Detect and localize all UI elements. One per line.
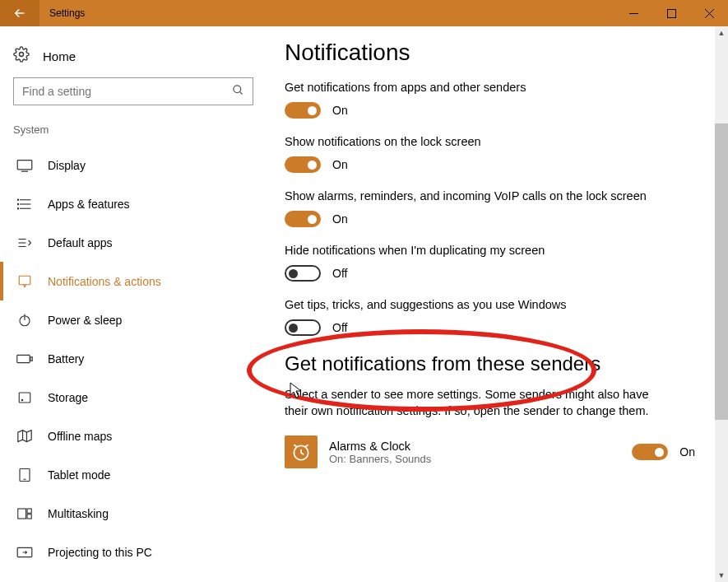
nav-label: Offline maps <box>48 430 112 443</box>
power-icon <box>16 313 33 328</box>
home-link[interactable]: Home <box>0 40 262 77</box>
svg-point-24 <box>21 399 23 401</box>
nav-label: Default apps <box>48 236 113 249</box>
senders-heading: Get notifications from these senders <box>285 352 695 375</box>
svg-rect-31 <box>27 514 31 518</box>
category-label: System <box>0 123 262 146</box>
svg-line-6 <box>239 91 242 94</box>
page-heading: Notifications <box>285 40 695 66</box>
toggle-state-label: Off <box>332 321 347 334</box>
svg-point-5 <box>234 85 241 92</box>
scroll-up-icon[interactable]: ▲ <box>715 26 728 40</box>
setting-row: Hide notifications when I'm duplicating … <box>285 244 695 282</box>
toggle-state-label: On <box>679 445 695 459</box>
toggle-switch[interactable] <box>285 319 321 336</box>
toggle-switch[interactable] <box>285 102 321 119</box>
maximize-button[interactable] <box>652 0 690 26</box>
battery-icon <box>16 353 33 365</box>
toggle-switch[interactable] <box>285 265 321 282</box>
tablet-icon <box>16 468 33 482</box>
nav-label: Power & sleep <box>48 314 122 327</box>
close-button[interactable] <box>690 0 728 26</box>
toggle-switch[interactable] <box>285 211 321 227</box>
search-icon <box>232 84 244 100</box>
nav-notifications[interactable]: Notifications & actions <box>0 262 262 300</box>
toggle-state-label: Off <box>332 267 347 280</box>
svg-point-12 <box>17 199 19 201</box>
display-icon <box>16 159 33 172</box>
nav-power-sleep[interactable]: Power & sleep <box>0 300 262 339</box>
svg-rect-30 <box>27 509 31 513</box>
nav-battery[interactable]: Battery <box>0 339 262 378</box>
setting-row: Show alarms, reminders, and incoming VoI… <box>285 189 695 227</box>
arrow-left-icon <box>12 6 27 21</box>
nav-apps-features[interactable]: Apps & features <box>0 184 262 223</box>
sender-info: Alarms & Clock On: Banners, Sounds <box>329 440 620 465</box>
multitasking-icon <box>16 507 33 520</box>
search-input-wrapper[interactable] <box>13 77 253 105</box>
svg-rect-23 <box>19 393 30 403</box>
home-label: Home <box>43 49 76 63</box>
svg-point-4 <box>20 53 24 57</box>
setting-row: Get notifications from apps and other se… <box>285 81 695 119</box>
toggle-state-label: On <box>332 104 348 117</box>
setting-label: Hide notifications when I'm duplicating … <box>285 244 647 257</box>
toggle-switch[interactable] <box>632 444 668 460</box>
nav-storage[interactable]: Storage <box>0 378 262 417</box>
nav-label: Display <box>48 159 86 172</box>
list-icon <box>16 198 33 211</box>
svg-point-13 <box>17 203 19 205</box>
sender-sub: On: Banners, Sounds <box>329 453 620 465</box>
sender-item[interactable]: Alarms & Clock On: Banners, Sounds On <box>285 435 695 468</box>
nav-display[interactable]: Display <box>0 146 262 184</box>
svg-rect-18 <box>19 276 30 285</box>
setting-label: Get tips, tricks, and suggestions as you… <box>285 298 647 311</box>
titlebar: Settings <box>0 0 728 26</box>
toggle-switch[interactable] <box>285 156 321 173</box>
nav-label: Apps & features <box>48 198 130 211</box>
default-apps-icon <box>16 236 33 249</box>
nav-tablet-mode[interactable]: Tablet mode <box>0 455 262 494</box>
main-content: Notifications Get notifications from app… <box>262 26 728 582</box>
window-title: Settings <box>49 7 85 19</box>
maximize-icon <box>667 9 676 18</box>
svg-rect-29 <box>18 509 26 519</box>
scrollbar-thumb[interactable] <box>715 123 728 420</box>
svg-rect-22 <box>30 356 32 361</box>
setting-label: Show notifications on the lock screen <box>285 135 647 148</box>
nav-label: Storage <box>48 391 88 404</box>
nav-label: Battery <box>48 352 84 365</box>
projecting-icon <box>16 546 33 559</box>
storage-icon <box>16 390 33 405</box>
senders-description: Select a sender to see more settings. So… <box>285 387 663 419</box>
nav-default-apps[interactable]: Default apps <box>0 223 262 262</box>
toggle-state-label: On <box>332 158 348 171</box>
scroll-down-icon[interactable]: ▼ <box>715 569 728 582</box>
minimize-button[interactable] <box>614 0 652 26</box>
back-button[interactable] <box>0 0 39 26</box>
nav-label: Tablet mode <box>48 468 110 482</box>
gear-icon <box>13 46 30 66</box>
minimize-icon <box>629 9 638 18</box>
sidebar: Home System Display Apps & features Defa… <box>0 26 262 582</box>
sender-name: Alarms & Clock <box>329 440 620 453</box>
search-input[interactable] <box>22 85 220 98</box>
setting-label: Get notifications from apps and other se… <box>285 81 647 94</box>
alarm-clock-icon <box>285 435 318 468</box>
nav-multitasking[interactable]: Multitasking <box>0 494 262 533</box>
svg-rect-7 <box>17 160 32 169</box>
nav-label: Notifications & actions <box>48 275 161 288</box>
svg-rect-21 <box>17 355 30 362</box>
nav-label: Multitasking <box>48 507 109 520</box>
close-icon <box>705 9 714 18</box>
nav-projecting[interactable]: Projecting to this PC <box>0 533 262 571</box>
svg-point-14 <box>17 207 19 209</box>
svg-rect-1 <box>667 9 675 17</box>
setting-row: Show notifications on the lock screen On <box>285 135 695 173</box>
nav-offline-maps[interactable]: Offline maps <box>0 417 262 455</box>
nav-label: Projecting to this PC <box>48 546 152 559</box>
toggle-state-label: On <box>332 212 348 226</box>
notification-icon <box>16 274 33 289</box>
setting-label: Show alarms, reminders, and incoming VoI… <box>285 189 647 203</box>
map-icon <box>16 429 33 444</box>
